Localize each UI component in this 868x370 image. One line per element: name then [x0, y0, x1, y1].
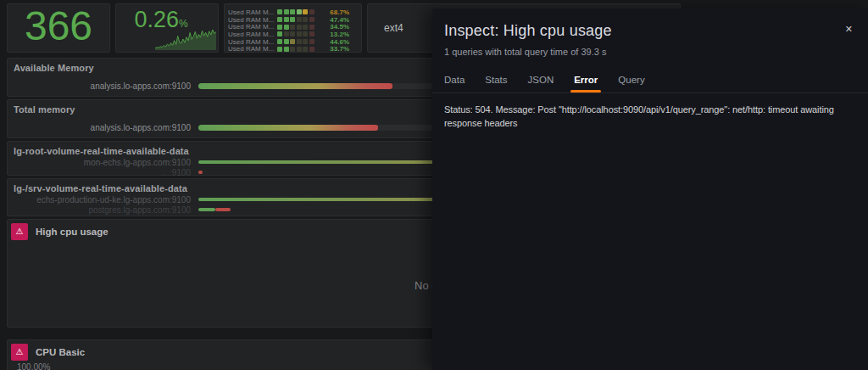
tabs-divider — [432, 92, 868, 93]
tab-error[interactable]: Error — [574, 75, 598, 92]
drawer-title: Inspect: High cpu usage — [444, 22, 854, 40]
close-icon[interactable]: ✕ — [843, 22, 854, 36]
inspect-drawer: Inspect: High cpu usage ✕ 1 queries with… — [432, 8, 868, 370]
tab-label: Data — [444, 75, 465, 85]
tab-query[interactable]: Query — [618, 75, 644, 92]
tab-label: Query — [618, 75, 644, 85]
tab-stats[interactable]: Stats — [485, 75, 507, 92]
drawer-subtitle: 1 queries with total query time of 39.3 … — [444, 47, 854, 57]
tab-json[interactable]: JSON — [528, 75, 554, 92]
grafana-app: 366 0.26% Used RAM M...68.7%Used RAM M..… — [0, 0, 868, 370]
tab-label: JSON — [528, 75, 554, 85]
inspect-tabs: DataStatsJSONErrorQuery — [444, 75, 854, 92]
error-message: Status: 504. Message: Post "http://local… — [444, 104, 854, 131]
tab-label: Error — [574, 75, 598, 85]
active-tab-indicator — [570, 90, 601, 92]
tab-label: Stats — [485, 75, 507, 85]
tab-data[interactable]: Data — [444, 75, 465, 92]
